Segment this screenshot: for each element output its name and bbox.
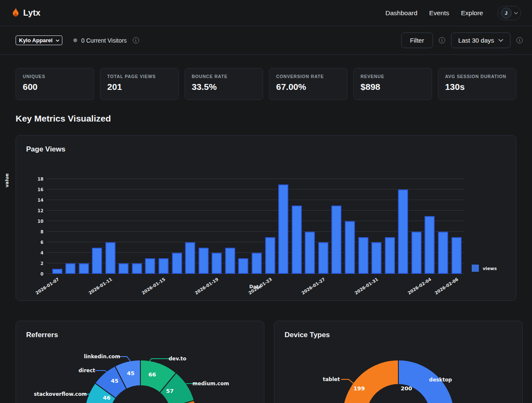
page-views-card: Page Views value 0246810121416182026-01-… — [16, 135, 516, 301]
x-tick-label: 2026-01-15 — [141, 277, 166, 295]
stat-card-uniques: UNIQUES 600 — [16, 68, 94, 100]
donut-value-medium.com: 57 — [166, 388, 174, 394]
stat-card-revenue: REVENUE $898 — [353, 68, 432, 100]
donut-value-linkedin.com: 45 — [127, 370, 134, 376]
range-info-icon[interactable]: i — [516, 37, 523, 43]
bar-2026-01-08 — [65, 263, 75, 274]
nav-links: Dashboard Events Explore J — [385, 6, 521, 20]
y-tick-label: 18 — [27, 177, 43, 181]
bar-2026-01-09 — [79, 263, 89, 274]
y-tick-label: 10 — [27, 219, 43, 224]
bar-2026-01-15 — [159, 258, 169, 274]
stat-card-bounce-rate: BOUNCE RATE 33.5% — [185, 68, 263, 100]
bar-2026-01-14 — [145, 258, 155, 274]
brand[interactable]: Lytx — [11, 7, 40, 19]
stat-label: CONVERSION RATE — [276, 74, 340, 79]
date-range-label: Last 30 days — [458, 37, 494, 44]
bar-2026-01-11 — [105, 242, 116, 274]
section-title: Key Metrics Visualized — [16, 114, 111, 124]
bar-2026-01-29 — [345, 221, 355, 274]
top-nav: Lytx Dashboard Events Explore J — [0, 0, 532, 26]
stat-card-conversion-rate: CONVERSION RATE 67.00% — [269, 68, 347, 100]
x-tick-label: 2026-01-11 — [88, 277, 113, 295]
bar-2026-01-13 — [132, 263, 142, 274]
donut-label-tablet: tablet — [323, 376, 340, 382]
site-selector[interactable]: Kylo Apparel — [16, 35, 62, 45]
bar-2026-01-25 — [292, 206, 302, 274]
leader-line-tablet — [341, 379, 354, 384]
chevron-down-icon — [514, 12, 518, 14]
y-axis-label: value — [4, 173, 10, 188]
date-range-button[interactable]: Last 30 days — [451, 32, 511, 48]
donut-value-direct: 45 — [111, 378, 118, 384]
donut-value-desktop: 200 — [400, 385, 412, 392]
donut-value-dev.to: 66 — [148, 371, 156, 378]
bar-2026-01-27 — [318, 242, 328, 274]
x-tick-label: 2026-01-31 — [354, 277, 379, 295]
y-tick-label: 12 — [27, 208, 43, 213]
x-tick-label: 2026-02-04 — [407, 277, 433, 295]
bar-2026-01-12 — [118, 263, 129, 274]
bar-2026-01-21 — [238, 258, 248, 274]
donut-value-stackoverflow.com: 46 — [103, 395, 110, 401]
stat-label: TOTAL PAGE VIEWS — [107, 74, 171, 79]
flame-logo-icon — [11, 7, 19, 19]
bar-2026-01-17 — [185, 242, 195, 274]
site-selector-value: Kylo Apparel — [19, 37, 53, 43]
donut-label-stackoverflow.com: stackoverflow.com — [34, 391, 87, 397]
toolbar: Kylo Apparel 0 Current Visitors i Filter… — [0, 26, 532, 55]
x-axis-label: Date — [209, 284, 302, 289]
stat-label: BOUNCE RATE — [192, 74, 256, 79]
nav-link-events[interactable]: Events — [429, 9, 449, 17]
bar-2026-01-16 — [172, 253, 182, 274]
referrers-card: Referrers linkedin.comdirectstackoverflo… — [16, 321, 264, 403]
stat-value: 201 — [107, 82, 171, 92]
gridline — [47, 179, 464, 179]
device-types-donut-chart — [274, 321, 523, 403]
bar-2026-01-23 — [265, 237, 275, 274]
stat-card-total-page-views: TOTAL PAGE VIEWS 201 — [100, 68, 178, 100]
filter-info-icon[interactable]: i — [439, 37, 445, 43]
bar-2026-01-30 — [358, 237, 368, 274]
filter-button[interactable]: Filter — [401, 32, 433, 48]
bar-2026-02-01 — [385, 237, 395, 274]
legend-label: views — [483, 266, 497, 271]
user-menu[interactable]: J — [497, 6, 521, 20]
live-visitors-dot — [73, 38, 77, 42]
chart-legend: views — [472, 265, 497, 272]
stat-value: 67.00% — [276, 82, 340, 92]
y-tick-label: 4 — [27, 251, 43, 255]
brand-name: Lytx — [23, 8, 40, 18]
nav-link-explore[interactable]: Explore — [461, 9, 483, 17]
y-tick-label: 16 — [27, 187, 43, 192]
page-views-title: Page Views — [26, 145, 65, 154]
bar-2026-02-05 — [438, 232, 448, 274]
visitors-info-icon[interactable]: i — [133, 37, 139, 43]
device-types-card: Device Types tabletdesktop199200 — [274, 321, 523, 403]
x-tick-label: 2026-01-27 — [301, 277, 326, 295]
toolbar-right: Filter i Last 30 days i — [401, 32, 523, 48]
chevron-down-icon — [56, 39, 59, 42]
donut-label-medium.com: medium.com — [193, 381, 229, 387]
y-tick-label: 8 — [27, 230, 43, 234]
y-tick-label: 0 — [27, 272, 43, 276]
nav-link-dashboard[interactable]: Dashboard — [385, 9, 417, 17]
bar-2026-02-06 — [451, 237, 462, 274]
bar-2026-01-26 — [305, 232, 315, 274]
legend-swatch — [472, 265, 479, 272]
bar-2026-01-24 — [278, 184, 288, 274]
stat-value: 600 — [23, 82, 87, 92]
stat-value: $898 — [360, 82, 425, 92]
bar-2026-01-31 — [371, 242, 382, 274]
stat-cards-row: UNIQUES 600 TOTAL PAGE VIEWS 201 BOUNCE … — [16, 68, 516, 100]
current-visitors-text: 0 Current Visitors — [81, 37, 127, 44]
bar-2026-01-22 — [252, 253, 262, 274]
y-tick-label: 2 — [27, 261, 43, 266]
bar-2026-02-02 — [398, 189, 408, 274]
bar-2026-01-18 — [199, 248, 209, 274]
donut-value-tablet: 199 — [353, 385, 365, 392]
dashboard-page: Lytx Dashboard Events Explore J Kylo App… — [0, 0, 532, 403]
bar-chart-plot: 0246810121416182026-01-072026-01-112026-… — [47, 179, 464, 274]
referrers-donut-chart — [16, 321, 265, 403]
stat-label: REVENUE — [360, 74, 425, 79]
